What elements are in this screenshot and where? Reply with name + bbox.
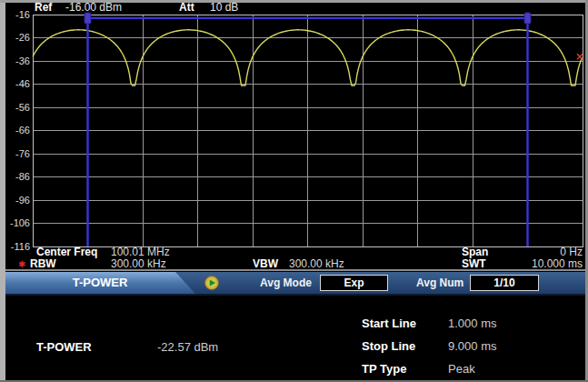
stop-line-handle[interactable] xyxy=(524,13,531,24)
stop-line-label: Stop Line xyxy=(362,339,415,353)
tpower-result-label: T-POWER xyxy=(36,340,92,354)
avg-mode-label: Avg Mode xyxy=(260,272,312,294)
start-line-handle[interactable] xyxy=(85,13,91,24)
trace-plot xyxy=(0,0,588,270)
stop-line-value: 9.000 ms xyxy=(448,339,496,353)
ref-level-value: -16.00 dBm xyxy=(65,2,122,14)
run-play-icon[interactable] xyxy=(204,276,219,290)
attenuation-label: Att xyxy=(179,2,194,14)
avg-mode-value-box[interactable]: Exp xyxy=(320,275,388,291)
tp-type-value: Peak xyxy=(448,362,475,376)
attenuation-value: 10 dB xyxy=(210,2,238,14)
bezel-top xyxy=(0,0,588,3)
ref-level-label: Ref xyxy=(35,2,52,14)
tpower-result-value: -22.57 dBm xyxy=(157,340,218,354)
start-line-label: Start Line xyxy=(362,317,416,330)
tp-type-label: TP Type xyxy=(362,362,406,376)
bezel-left xyxy=(0,0,5,382)
spectrum-analyzer-screen: Ref -16.00 dBm Att 10 dB -16-26-36-46-56… xyxy=(0,0,588,382)
screen-frame-divider xyxy=(5,269,585,271)
tab-t-power[interactable]: T-POWER xyxy=(5,272,195,294)
function-menu-bar: T-POWER Avg Mode Exp Avg Num 1/10 xyxy=(0,272,588,296)
start-line-value: 1.000 ms xyxy=(448,317,496,330)
measurement-results-panel: T-POWER -22.57 dBm Start Line 1.000 ms S… xyxy=(0,296,588,382)
avg-num-value-box[interactable]: 1/10 xyxy=(470,275,539,291)
avg-num-label: Avg Num xyxy=(416,272,463,294)
